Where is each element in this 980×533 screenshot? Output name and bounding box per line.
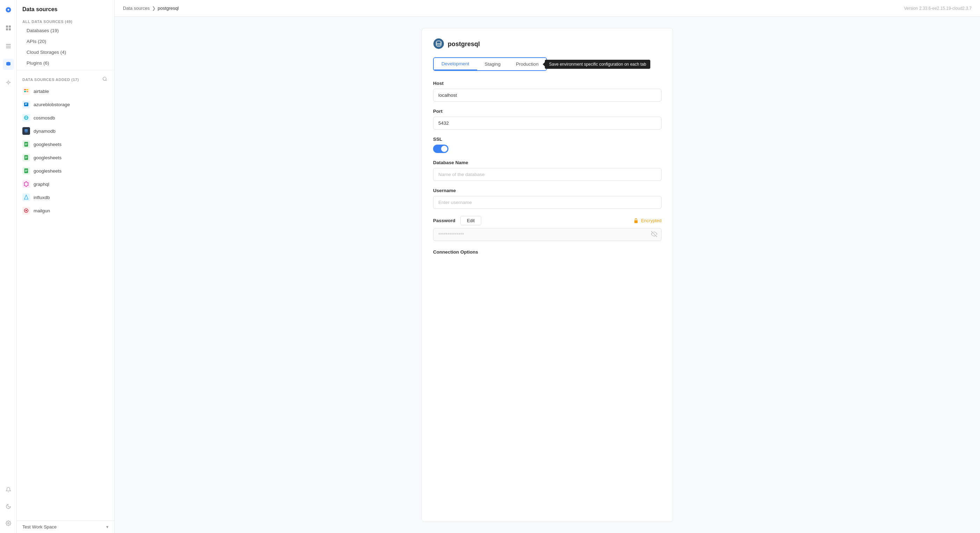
datasource-name: cosmosdb <box>33 115 55 121</box>
datasource-name: dynamodb <box>33 129 56 134</box>
environment-tabs: Development Staging Production <box>433 57 547 71</box>
tabs-container: Development Staging Production Save envi… <box>433 57 662 71</box>
all-sources-label: ALL DATA SOURCES (49) <box>17 17 114 25</box>
svg-rect-30 <box>25 170 28 171</box>
grid-icon[interactable] <box>3 22 14 33</box>
breadcrumb-current: postgresql <box>158 6 179 11</box>
list-item[interactable]: googlesheets <box>17 151 114 164</box>
airtable-icon <box>22 88 30 95</box>
database-name-field: Database Name <box>433 160 662 181</box>
svg-rect-2 <box>6 28 8 30</box>
svg-rect-11 <box>24 89 26 90</box>
content-area: postgresql Development Staging Productio… <box>115 17 980 533</box>
list-item[interactable]: airtable <box>17 84 114 98</box>
svg-rect-45 <box>635 220 638 223</box>
svg-rect-29 <box>25 170 28 170</box>
password-field: Password Edit Encrypted <box>433 216 662 241</box>
sidebar-item-plugins[interactable]: Plugins (6) <box>17 57 114 68</box>
dynamodb-icon <box>22 127 30 135</box>
database-name-label: Database Name <box>433 160 662 165</box>
sidebar-item-apis[interactable]: APIs (20) <box>17 36 114 47</box>
workspace-footer[interactable]: Test Work Space ▾ <box>17 520 114 533</box>
password-label: Password <box>433 218 455 223</box>
database-icon[interactable] <box>3 59 14 70</box>
svg-rect-1 <box>9 25 11 28</box>
rocket-icon[interactable] <box>3 4 14 15</box>
svg-rect-23 <box>25 145 27 145</box>
host-label: Host <box>433 81 662 86</box>
list-item[interactable]: dynamodb <box>17 124 114 138</box>
list-item[interactable]: googlesheets <box>17 138 114 151</box>
top-bar: Data sources ❯ postgresql Version 2.33.6… <box>115 0 980 17</box>
username-field: Username <box>433 188 662 209</box>
list-item[interactable]: azureblobstorage <box>17 98 114 111</box>
port-input[interactable] <box>433 117 662 130</box>
list-item[interactable]: graphql <box>17 177 114 191</box>
bell-icon[interactable] <box>3 484 14 495</box>
svg-rect-27 <box>25 158 27 158</box>
list-item[interactable]: cosmosdb <box>17 111 114 124</box>
plugin-icon[interactable] <box>3 77 14 88</box>
port-label: Port <box>433 109 662 114</box>
postgresql-icon <box>433 38 444 50</box>
svg-rect-4 <box>6 44 11 45</box>
password-input[interactable] <box>433 228 662 241</box>
svg-point-41 <box>25 210 27 211</box>
mailgun-icon <box>22 207 30 215</box>
password-input-wrap <box>433 228 662 241</box>
form-card: postgresql Development Staging Productio… <box>422 28 673 522</box>
username-input[interactable] <box>433 196 662 209</box>
sidebar-item-cloud-storages[interactable]: Cloud Storages (4) <box>17 47 114 57</box>
sidebar-title: Data sources <box>17 0 114 17</box>
ssl-toggle-switch[interactable] <box>433 145 449 153</box>
encrypted-label: Encrypted <box>641 218 662 223</box>
svg-point-33 <box>26 181 27 182</box>
added-label: DATA SOURCES ADDED (17) <box>22 78 79 82</box>
datasources-list: airtable azureblobstorage cosmosdb dynam… <box>17 84 114 520</box>
svg-point-34 <box>28 182 29 183</box>
azureblobstorage-icon <box>22 100 30 108</box>
list-icon[interactable] <box>3 40 14 52</box>
datasource-name: influxdb <box>33 195 50 200</box>
host-input[interactable] <box>433 89 662 102</box>
svg-point-38 <box>24 182 25 183</box>
username-label: Username <box>433 188 662 193</box>
tab-tooltip: Save environment specific configuration … <box>545 60 650 69</box>
sidebar-item-databases[interactable]: Databases (19) <box>17 25 114 36</box>
tab-production[interactable]: Production <box>508 58 546 70</box>
tab-development[interactable]: Development <box>434 58 477 70</box>
db-title: postgresql <box>448 40 480 48</box>
sidebar: Data sources ALL DATA SOURCES (49) Datab… <box>17 0 115 533</box>
list-item[interactable]: mailgun <box>17 204 114 217</box>
list-item[interactable]: googlesheets <box>17 164 114 177</box>
datasource-name: azureblobstorage <box>33 102 70 107</box>
svg-point-37 <box>24 185 25 186</box>
datasource-name: googlesheets <box>33 155 62 160</box>
svg-rect-26 <box>25 157 28 158</box>
svg-rect-6 <box>6 48 11 48</box>
ssl-field: SSL <box>433 137 662 153</box>
show-password-icon[interactable] <box>651 231 657 239</box>
svg-rect-13 <box>24 91 26 92</box>
svg-point-8 <box>7 81 9 83</box>
host-field: Host <box>433 81 662 102</box>
search-datasources-button[interactable] <box>101 76 109 83</box>
edit-password-button[interactable]: Edit <box>460 216 481 225</box>
breadcrumb-parent[interactable]: Data sources <box>123 6 150 11</box>
moon-icon[interactable] <box>3 501 14 512</box>
svg-marker-32 <box>24 181 28 186</box>
svg-rect-31 <box>25 171 27 172</box>
tab-staging[interactable]: Staging <box>477 58 509 70</box>
svg-rect-0 <box>6 25 8 28</box>
breadcrumb: Data sources ❯ postgresql <box>123 6 179 11</box>
settings-icon[interactable] <box>3 518 14 529</box>
password-label-row: Password Edit Encrypted <box>433 216 662 225</box>
list-item[interactable]: influxdb <box>17 191 114 204</box>
form-card-header: postgresql <box>433 38 662 50</box>
cosmosdb-icon <box>22 114 30 121</box>
workspace-name: Test Work Space <box>22 524 57 530</box>
port-field: Port <box>433 109 662 130</box>
googlesheets-icon <box>22 140 30 148</box>
influxdb-icon <box>22 194 30 201</box>
database-name-input[interactable] <box>433 168 662 181</box>
